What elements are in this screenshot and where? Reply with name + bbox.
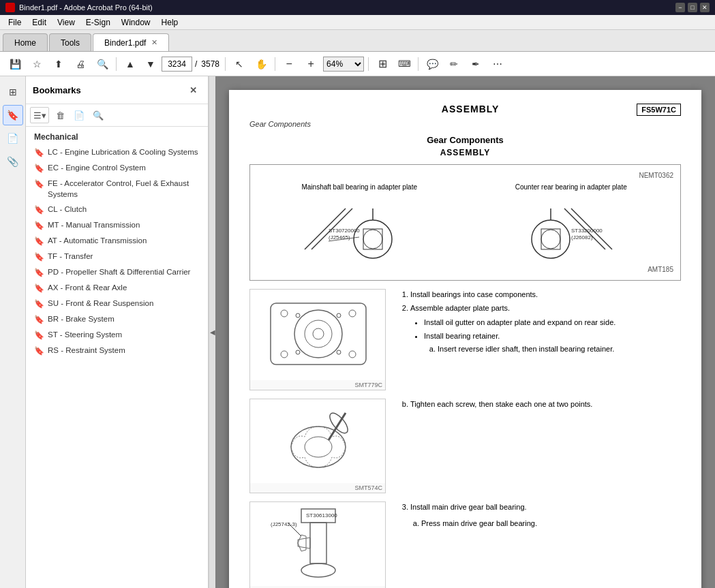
more-tools-icon: ⋯ — [493, 59, 502, 69]
fit-page-button[interactable]: ⊞ — [373, 55, 392, 74]
step-3-block: Install main drive gear ball bearing. Pr… — [397, 501, 681, 533]
save-icon: 💾 — [10, 59, 21, 69]
sidebar: Bookmarks ✕ ☰▾ 🗑 📄 🔍 Mechanical 🔖 — [26, 76, 209, 588]
bookmark-item-fe[interactable]: 🔖 FE - Accelerator Control, Fuel & Exhau… — [26, 176, 208, 202]
content-row-1: SMT779C Install bearings into case compo… — [249, 289, 681, 390]
bookmark-item-lc[interactable]: 🔖 LC - Engine Lubrication & Cooling Syst… — [26, 144, 208, 160]
zoom-select[interactable]: 64% 75% 100% 125% 150% — [323, 57, 364, 72]
upload-icon: ⬆ — [55, 59, 63, 69]
bookmark-icon-at: 🔖 — [34, 236, 44, 247]
menu-icon: ☰ — [33, 110, 42, 121]
pen-button[interactable]: ✏ — [444, 55, 463, 74]
bookmark-menu-button[interactable]: ☰▾ — [30, 107, 49, 123]
svg-rect-35 — [310, 523, 326, 563]
zoom-out-icon: − — [286, 58, 292, 70]
menu-esign[interactable]: E-Sign — [80, 16, 116, 29]
add-bookmark-icon: 📄 — [74, 110, 85, 121]
fit-width-button[interactable]: ⌨ — [395, 55, 414, 74]
tab-binder[interactable]: Binder1.pdf ✕ — [93, 33, 169, 51]
bookmark-item-st[interactable]: 🔖 ST - Steering System — [26, 327, 208, 343]
bookmark-icon: ☆ — [33, 59, 42, 69]
svg-point-26 — [337, 313, 341, 318]
zoom-in-button[interactable]: + — [301, 55, 320, 74]
svg-point-36 — [301, 563, 335, 577]
section-mechanical[interactable]: Mechanical — [26, 129, 208, 144]
sidebar-header: Bookmarks ✕ — [26, 76, 208, 104]
comment-button[interactable]: 💬 — [423, 55, 442, 74]
svg-point-24 — [349, 351, 356, 358]
maximize-button[interactable]: □ — [688, 3, 697, 12]
bookmark-item-mt[interactable]: 🔖 MT - Manual Transmission — [26, 217, 208, 233]
bookmark-item-ax[interactable]: 🔖 AX - Front & Rear Axle — [26, 280, 208, 296]
pdf-page-header: ASSEMBLY FS5W71C — [249, 104, 681, 116]
comment-icon: 💬 — [427, 59, 438, 69]
upload-button[interactable]: ⬆ — [49, 55, 68, 74]
minimize-button[interactable]: − — [675, 3, 685, 12]
diagram-mainshaft: ST30720000 (J25465) — [291, 195, 427, 263]
tab-close-icon[interactable]: ✕ — [151, 38, 157, 47]
sidebar-collapse-handle[interactable]: ◀ — [209, 76, 215, 588]
nav-home-button[interactable]: ⊞ — [3, 82, 23, 102]
svg-point-3 — [363, 230, 382, 249]
bookmark-item-rs[interactable]: 🔖 RS - Restraint System — [26, 343, 208, 358]
menu-window[interactable]: Window — [116, 16, 156, 29]
prev-page-button[interactable]: ▲ — [121, 55, 140, 74]
svg-point-23 — [281, 351, 288, 358]
page-total: 3578 — [201, 59, 219, 69]
nav-pages-button[interactable]: 📄 — [3, 128, 23, 149]
tab-tools[interactable]: Tools — [49, 33, 91, 51]
search-bookmark-button[interactable]: 🔍 — [90, 107, 106, 123]
delete-icon: 🗑 — [56, 110, 65, 121]
content-row-2: SMT574C Tighten each screw, then stake e… — [249, 399, 681, 493]
bookmark-item-pd[interactable]: 🔖 PD - Propeller Shaft & Differential Ca… — [26, 264, 208, 280]
fit-width-icon: ⌨ — [398, 59, 411, 69]
bookmark-item-at[interactable]: 🔖 AT - Automatic Transmission — [26, 233, 208, 249]
bookmark-item-br[interactable]: 🔖 BR - Brake System — [26, 311, 208, 327]
zoom-in-icon: + — [307, 58, 314, 70]
bookmark-icon-tf: 🔖 — [34, 251, 44, 262]
print-icon: 🖨 — [76, 59, 85, 69]
pdf-viewer[interactable]: ASSEMBLY FS5W71C Gear Components Gear Co… — [215, 76, 715, 588]
svg-rect-17 — [271, 303, 366, 365]
pointer-tool-button[interactable]: ↖ — [230, 55, 249, 74]
next-page-button[interactable]: ▼ — [141, 55, 160, 74]
delete-bookmark-button[interactable]: 🗑 — [52, 107, 68, 123]
figure-bottom: ST30613000 (J25742-3) SMT42EA — [249, 501, 386, 588]
instruction-b: Tighten each screw, then stake each one … — [410, 399, 681, 411]
svg-text:(J26082): (J26082) — [571, 234, 593, 241]
step-b-block: Tighten each screw, then stake each one … — [397, 399, 681, 415]
menu-help[interactable]: Help — [156, 16, 184, 29]
hand-tool-button[interactable]: ✋ — [252, 55, 271, 74]
nav-bookmark-button[interactable]: 🔖 — [3, 105, 23, 125]
page-number-input[interactable] — [162, 57, 192, 72]
figure-top-left-label: Mainshaft ball bearing in adapter plate — [301, 183, 417, 191]
svg-point-25 — [296, 313, 300, 318]
zoom-out-button[interactable]: − — [279, 55, 299, 74]
menu-file[interactable]: File — [3, 16, 27, 29]
separator-2 — [225, 57, 226, 71]
more-tools-button[interactable]: ⋯ — [488, 55, 507, 74]
figure-top-right: Counter rear bearing in adapter plate ST… — [469, 183, 674, 263]
save-button[interactable]: 💾 — [5, 55, 25, 74]
svg-point-20 — [313, 328, 324, 339]
bookmark-item-su[interactable]: 🔖 SU - Front & Rear Suspension — [26, 296, 208, 311]
bookmark-item-cl[interactable]: 🔖 CL - Clutch — [26, 202, 208, 217]
nav-attach-button[interactable]: 📎 — [3, 151, 23, 172]
print-button[interactable]: 🖨 — [71, 55, 90, 74]
bookmark-item-tf[interactable]: 🔖 TF - Transfer — [26, 249, 208, 264]
sidebar-close-button[interactable]: ✕ — [185, 82, 201, 98]
close-button[interactable]: ✕ — [700, 3, 710, 12]
sidebar-title: Bookmarks — [33, 85, 81, 95]
sign-button[interactable]: ✒ — [466, 55, 485, 74]
menu-edit[interactable]: Edit — [27, 16, 52, 29]
search-icon: 🔍 — [97, 59, 108, 69]
tab-home[interactable]: Home — [3, 33, 48, 51]
menu-view[interactable]: View — [52, 16, 80, 29]
bookmark-icon-lc: 🔖 — [34, 147, 44, 158]
new-bookmark-button[interactable]: 📄 — [71, 107, 87, 123]
bookmark-item-ec[interactable]: 🔖 EC - Engine Control System — [26, 160, 208, 176]
search-button[interactable]: 🔍 — [93, 55, 112, 74]
figure-top-label: NEMT0362 — [257, 172, 673, 179]
bookmark-button[interactable]: ☆ — [27, 55, 46, 74]
svg-point-27 — [296, 350, 300, 354]
